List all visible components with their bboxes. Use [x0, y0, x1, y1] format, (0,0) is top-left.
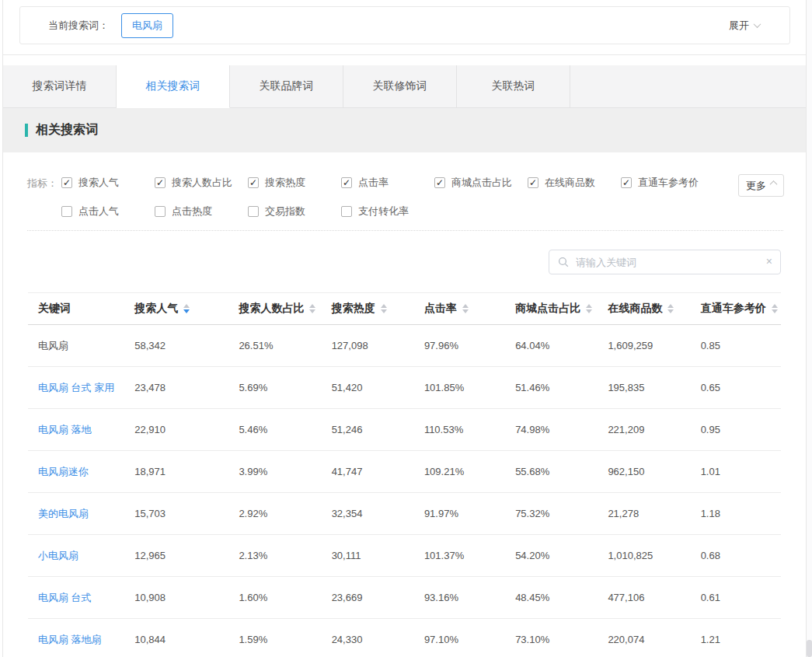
value-cell: 75.32%	[515, 508, 608, 519]
filter-checkbox-label: 搜索热度	[265, 176, 305, 190]
column-header-label: 在线商品数	[608, 302, 662, 316]
column-header-5[interactable]: 商城点击占比	[515, 302, 608, 316]
checkbox-unchecked-icon	[248, 206, 259, 217]
table-header-row: 关键词搜索人气搜索人数占比搜索热度点击率商城点击占比在线商品数直通车参考价	[28, 292, 781, 325]
value-cell: 26.51%	[239, 340, 331, 351]
keyword-link[interactable]: 美的电风扇	[38, 507, 134, 521]
filters-label: 指标：	[27, 176, 61, 218]
tab-3[interactable]: 关联修饰词	[343, 65, 457, 108]
filter-checkbox-label: 商城点击占比	[451, 176, 512, 190]
column-header-0: 关键词	[38, 302, 134, 316]
sort-icon	[183, 304, 190, 313]
filter-checkbox[interactable]: ✓搜索人数占比	[155, 176, 248, 190]
value-cell: 74.98%	[515, 424, 608, 435]
current-term-card: 当前搜索词： 电风扇 展开	[19, 6, 790, 44]
value-cell: 0.65	[701, 382, 781, 393]
current-term-tag[interactable]: 电风扇	[121, 13, 173, 38]
table-row: 美的电风扇15,7032.92%32,35491.97%75.32%21,278…	[28, 493, 781, 535]
value-cell: 51,246	[332, 424, 424, 435]
related-keywords-table: 关键词搜索人气搜索人数占比搜索热度点击率商城点击占比在线商品数直通车参考价 电风…	[28, 292, 781, 657]
column-header-7[interactable]: 直通车参考价	[701, 302, 781, 316]
column-header-2[interactable]: 搜索人数占比	[239, 302, 331, 316]
more-label: 更多	[746, 179, 766, 193]
value-cell: 1.18	[701, 508, 781, 519]
tab-2[interactable]: 关联品牌词	[230, 65, 343, 108]
value-cell: 101.37%	[424, 550, 515, 561]
keyword-link[interactable]: 电风扇 台式	[38, 591, 134, 605]
column-header-label: 搜索热度	[332, 302, 375, 316]
filter-checkbox[interactable]: ✓搜索热度	[248, 176, 341, 190]
filter-checkbox[interactable]: 支付转化率	[341, 204, 434, 218]
checkbox-unchecked-icon	[155, 206, 166, 217]
keyword-cell: 电风扇	[38, 339, 134, 353]
filter-checkbox-label: 点击率	[358, 176, 389, 190]
keyword-link[interactable]: 电风扇迷你	[38, 465, 134, 479]
filter-checkbox-label: 搜索人气	[78, 176, 119, 190]
table-row: 电风扇 台式 家用23,4785.69%51,420101.85%51.46%1…	[28, 367, 781, 409]
checkbox-grid: ✓搜索人气✓搜索人数占比✓搜索热度✓点击率✓商城点击占比✓在线商品数✓直通车参考…	[61, 176, 714, 218]
filter-checkbox-label: 点击热度	[172, 204, 212, 218]
column-header-label: 关键词	[38, 302, 71, 316]
filter-checkbox[interactable]: 点击人气	[61, 204, 155, 218]
value-cell: 23,478	[134, 382, 239, 393]
column-header-1[interactable]: 搜索人气	[134, 302, 239, 316]
filter-checkbox-label: 交易指数	[265, 204, 305, 218]
column-header-label: 商城点击占比	[515, 302, 580, 316]
keyword-link[interactable]: 电风扇 落地	[38, 423, 134, 437]
value-cell: 127,098	[332, 340, 424, 351]
value-cell: 5.69%	[239, 382, 331, 393]
filter-checkbox[interactable]: ✓商城点击占比	[434, 176, 528, 190]
filter-checkbox[interactable]: ✓在线商品数	[528, 176, 621, 190]
value-cell: 1.21	[701, 634, 781, 645]
top-section: 当前搜索词： 电风扇 展开	[3, 0, 806, 55]
value-cell: 101.85%	[424, 382, 515, 393]
filter-checkbox[interactable]: ✓搜索人气	[61, 176, 155, 190]
value-cell: 48.45%	[515, 592, 608, 603]
value-cell: 12,965	[134, 550, 239, 561]
sort-icon	[772, 304, 778, 313]
value-cell: 1.60%	[239, 592, 331, 603]
tab-4[interactable]: 关联热词	[457, 65, 570, 108]
keyword-link[interactable]: 电风扇 落地扇	[38, 633, 134, 647]
checkbox-checked-icon: ✓	[528, 177, 538, 188]
table-body: 电风扇58,34226.51%127,09897.96%64.04%1,609,…	[28, 325, 781, 657]
clear-icon[interactable]: ×	[766, 255, 772, 267]
column-header-3[interactable]: 搜索热度	[332, 302, 424, 316]
filter-checkbox[interactable]: 点击热度	[155, 204, 248, 218]
scrollbar-track[interactable]	[807, 0, 812, 657]
filter-checkbox-label: 在线商品数	[545, 176, 595, 190]
value-cell: 195,835	[608, 382, 700, 393]
scrollbar-thumb[interactable]	[807, 640, 812, 657]
checkbox-unchecked-icon	[61, 206, 72, 217]
value-cell: 18,971	[134, 466, 239, 477]
value-cell: 23,669	[332, 592, 424, 603]
more-button[interactable]: 更多	[738, 174, 784, 197]
value-cell: 22,910	[134, 424, 239, 435]
keyword-link[interactable]: 电风扇 台式 家用	[38, 381, 134, 395]
expand-button[interactable]: 展开	[729, 7, 760, 44]
filter-checkbox[interactable]: 交易指数	[248, 204, 341, 218]
value-cell: 962,150	[608, 466, 700, 477]
column-header-4[interactable]: 点击率	[424, 302, 515, 316]
column-header-6[interactable]: 在线商品数	[608, 302, 700, 316]
checkbox-checked-icon: ✓	[61, 177, 72, 188]
value-cell: 32,354	[332, 508, 424, 519]
value-cell: 55.68%	[515, 466, 608, 477]
filter-checkbox[interactable]: ✓直通车参考价	[621, 176, 714, 190]
keyword-search-input[interactable]	[549, 250, 781, 274]
metric-filters: 指标： ✓搜索人气✓搜索人数占比✓搜索热度✓点击率✓商城点击占比✓在线商品数✓直…	[3, 152, 806, 218]
keyword-search: ×	[549, 250, 781, 274]
value-cell: 477,106	[608, 592, 700, 603]
value-cell: 221,209	[608, 424, 700, 435]
tab-0[interactable]: 搜索词详情	[3, 65, 117, 108]
table-row: 电风扇 台式10,9081.60%23,66993.16%48.45%477,1…	[28, 577, 781, 619]
value-cell: 10,908	[134, 592, 239, 603]
keyword-link[interactable]: 小电风扇	[38, 549, 134, 563]
value-cell: 97.96%	[424, 340, 515, 351]
filter-checkbox[interactable]: ✓点击率	[341, 176, 434, 190]
value-cell: 1,609,259	[608, 340, 700, 351]
page-frame: 当前搜索词： 电风扇 展开 搜索词详情相关搜索词关联品牌词关联修饰词关联热词 相…	[2, 0, 807, 657]
value-cell: 21,278	[608, 508, 700, 519]
sort-icon	[309, 304, 315, 313]
tab-1[interactable]: 相关搜索词	[117, 65, 230, 108]
